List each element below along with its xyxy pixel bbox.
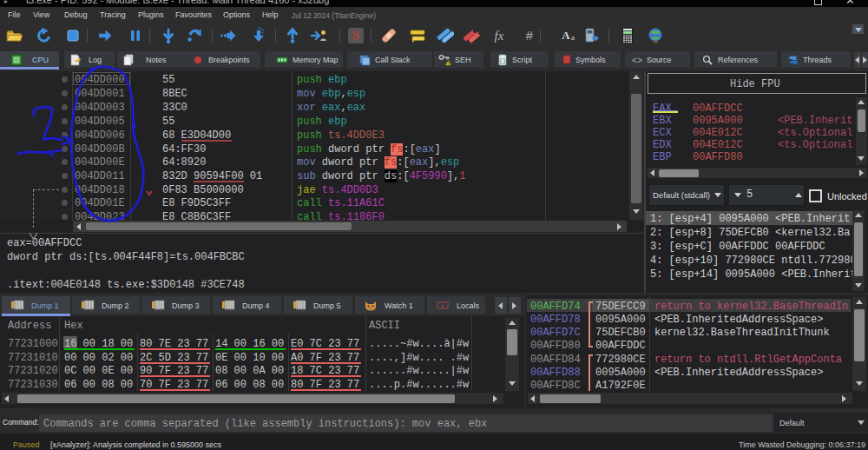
svg-text:fx: fx bbox=[495, 29, 504, 43]
svg-text:S: S bbox=[352, 30, 359, 43]
svg-text:A: A bbox=[562, 29, 570, 42]
svg-text:x: x bbox=[441, 303, 444, 309]
svg-text:#: # bbox=[526, 28, 534, 43]
svg-text:{}: {} bbox=[499, 58, 506, 64]
svg-text:a: a bbox=[571, 33, 575, 42]
svg-text:<>: <> bbox=[632, 56, 642, 66]
